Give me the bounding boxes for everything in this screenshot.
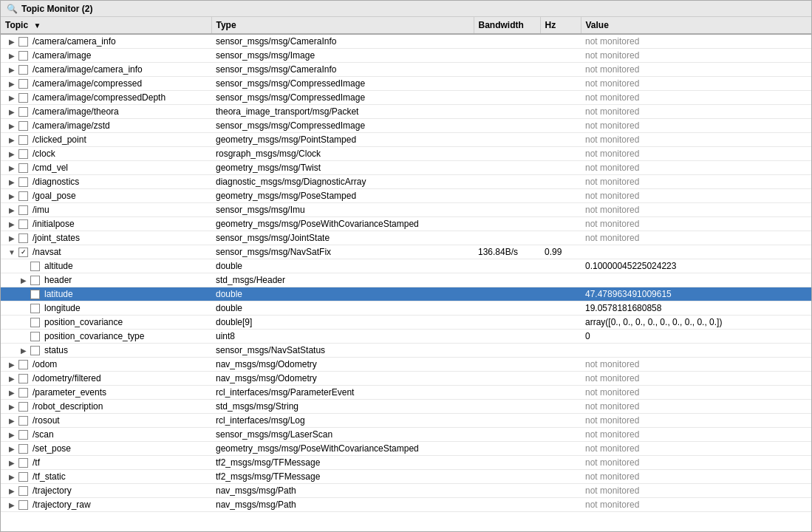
table-row[interactable]: ▶statussensor_msgs/NavSatStatus xyxy=(1,344,811,358)
row-checkbox[interactable] xyxy=(18,93,28,103)
expand-button[interactable]: ▶ xyxy=(7,37,16,46)
table-row[interactable]: ▶/camera/image/zstdsensor_msgs/msg/Compr… xyxy=(1,119,811,133)
row-checkbox[interactable] xyxy=(18,177,28,187)
row-checkbox[interactable] xyxy=(18,444,28,454)
table-row[interactable]: ▶/parameter_eventsrcl_interfaces/msg/Par… xyxy=(1,386,811,400)
expand-button[interactable]: ▶ xyxy=(7,500,16,509)
expand-button[interactable]: ▶ xyxy=(7,191,16,200)
expand-button[interactable]: ▶ xyxy=(19,276,28,284)
row-checkbox[interactable] xyxy=(30,290,40,299)
expand-button[interactable]: ▶ xyxy=(7,458,16,467)
expand-button[interactable]: ▶ xyxy=(7,416,16,425)
table-row[interactable]: ▶/camera/image/theoratheora_image_transp… xyxy=(1,105,811,119)
expand-button[interactable]: ▶ xyxy=(7,121,16,130)
table-row[interactable]: ▶/camera/camera_infosensor_msgs/msg/Came… xyxy=(1,34,811,49)
row-checkbox[interactable] xyxy=(18,79,28,89)
table-row[interactable]: ▶/rosoutrcl_interfaces/msg/Lognot monito… xyxy=(1,414,811,428)
row-checkbox[interactable] xyxy=(18,430,28,440)
expand-button[interactable]: ▶ xyxy=(7,135,16,144)
table-row[interactable]: ▶/diagnosticsdiagnostic_msgs/msg/Diagnos… xyxy=(1,175,811,189)
table-row[interactable]: latitudedouble47.478963491009615 xyxy=(1,287,811,301)
row-checkbox[interactable] xyxy=(30,276,40,285)
expand-button[interactable]: ▶ xyxy=(7,149,16,158)
row-checkbox[interactable] xyxy=(30,262,40,271)
table-row[interactable]: ▶/odomnav_msgs/msg/Odometrynot monitored xyxy=(1,358,811,372)
table-row[interactable]: ▶/clockrosgraph_msgs/msg/Clocknot monito… xyxy=(1,147,811,161)
row-checkbox[interactable] xyxy=(18,402,28,412)
table-container[interactable]: Topic ▼ Type Bandwidth Hz Value xyxy=(1,17,811,531)
table-row[interactable]: ▶/joint_statessensor_msgs/msg/JointState… xyxy=(1,231,811,245)
row-checkbox[interactable] xyxy=(18,360,28,369)
row-checkbox[interactable] xyxy=(30,304,40,313)
row-checkbox[interactable] xyxy=(18,500,28,510)
table-row[interactable]: ▶/camera/image/compressedDepthsensor_msg… xyxy=(1,91,811,105)
table-row[interactable]: ▶/scansensor_msgs/msg/LaserScannot monit… xyxy=(1,428,811,442)
expand-button[interactable]: ▶ xyxy=(19,346,28,355)
row-checkbox[interactable] xyxy=(18,233,28,243)
row-checkbox[interactable] xyxy=(18,135,28,145)
row-checkbox[interactable] xyxy=(30,318,40,327)
expand-button[interactable] xyxy=(19,318,28,327)
expand-button[interactable]: ▶ xyxy=(7,163,16,172)
expand-button[interactable] xyxy=(19,290,28,299)
table-row[interactable]: ▶/camera/image/compressedsensor_msgs/msg… xyxy=(1,77,811,91)
expand-button[interactable]: ▶ xyxy=(7,79,16,88)
table-row[interactable]: longitudedouble19.0578181680858 xyxy=(1,301,811,316)
table-row[interactable]: ▶/robot_descriptionstd_msgs/msg/Stringno… xyxy=(1,400,811,414)
expand-button[interactable]: ▶ xyxy=(7,107,16,116)
row-checkbox[interactable] xyxy=(18,219,28,229)
table-row[interactable]: ▶/cmd_velgeometry_msgs/msg/Twistnot moni… xyxy=(1,161,811,175)
expand-button[interactable]: ▶ xyxy=(7,51,16,60)
row-checkbox[interactable] xyxy=(18,65,28,75)
table-row[interactable]: position_covariancedouble[9]array([0., 0… xyxy=(1,316,811,330)
col-header-type[interactable]: Type xyxy=(211,17,474,34)
table-row[interactable]: ▶/camera/image/camera_infosensor_msgs/ms… xyxy=(1,63,811,77)
table-row[interactable]: ▶/goal_posegeometry_msgs/msg/PoseStamped… xyxy=(1,189,811,203)
col-header-bandwidth[interactable]: Bandwidth xyxy=(474,17,540,34)
expand-button[interactable]: ▶ xyxy=(7,93,16,102)
expand-button[interactable] xyxy=(19,262,28,270)
row-checkbox[interactable]: ✓ xyxy=(18,248,28,257)
col-header-value[interactable]: Value xyxy=(581,17,811,34)
expand-button[interactable] xyxy=(19,332,28,341)
expand-button[interactable]: ▶ xyxy=(7,374,16,383)
row-checkbox[interactable] xyxy=(18,121,28,131)
row-checkbox[interactable] xyxy=(18,416,28,426)
table-row[interactable]: ▶/trajectory_rawnav_msgs/msg/Pathnot mon… xyxy=(1,498,811,512)
table-row[interactable]: ▼✓/navsatsensor_msgs/msg/NavSatFix136.84… xyxy=(1,245,811,259)
row-checkbox[interactable] xyxy=(18,472,28,482)
table-row[interactable]: ▶headerstd_msgs/Header xyxy=(1,273,811,287)
row-checkbox[interactable] xyxy=(18,51,28,61)
expand-button[interactable]: ▶ xyxy=(7,177,16,186)
expand-button[interactable]: ▼ xyxy=(7,248,16,256)
row-checkbox[interactable] xyxy=(18,163,28,173)
row-checkbox[interactable] xyxy=(18,458,28,468)
table-row[interactable]: altitudedouble0.10000045225024223 xyxy=(1,259,811,273)
expand-button[interactable]: ▶ xyxy=(7,430,16,439)
row-checkbox[interactable] xyxy=(18,37,28,47)
expand-button[interactable]: ▶ xyxy=(7,486,16,495)
row-checkbox[interactable] xyxy=(18,107,28,117)
expand-button[interactable]: ▶ xyxy=(7,444,16,453)
table-row[interactable]: ▶/tftf2_msgs/msg/TFMessagenot monitored xyxy=(1,456,811,470)
expand-button[interactable]: ▶ xyxy=(7,65,16,74)
col-header-hz[interactable]: Hz xyxy=(540,17,581,34)
table-row[interactable]: ▶/initialposegeometry_msgs/msg/PoseWithC… xyxy=(1,217,811,231)
expand-button[interactable]: ▶ xyxy=(7,233,16,242)
row-checkbox[interactable] xyxy=(30,346,40,355)
expand-button[interactable]: ▶ xyxy=(7,205,16,214)
row-checkbox[interactable] xyxy=(18,205,28,215)
table-row[interactable]: ▶/imusensor_msgs/msg/Imunot monitored xyxy=(1,203,811,217)
expand-button[interactable]: ▶ xyxy=(7,388,16,397)
expand-button[interactable]: ▶ xyxy=(7,219,16,228)
expand-button[interactable]: ▶ xyxy=(7,360,16,369)
expand-button[interactable]: ▶ xyxy=(7,472,16,481)
table-row[interactable]: ▶/tf_statictf2_msgs/msg/TFMessagenot mon… xyxy=(1,470,811,484)
table-row[interactable]: ▶/camera/imagesensor_msgs/msg/Imagenot m… xyxy=(1,49,811,63)
expand-button[interactable] xyxy=(19,304,28,313)
row-checkbox[interactable] xyxy=(18,374,28,383)
expand-button[interactable]: ▶ xyxy=(7,402,16,411)
table-row[interactable]: ▶/set_posegeometry_msgs/msg/PoseWithCova… xyxy=(1,442,811,456)
col-header-topic[interactable]: Topic ▼ xyxy=(1,17,211,34)
table-row[interactable]: ▶/trajectorynav_msgs/msg/Pathnot monitor… xyxy=(1,484,811,498)
